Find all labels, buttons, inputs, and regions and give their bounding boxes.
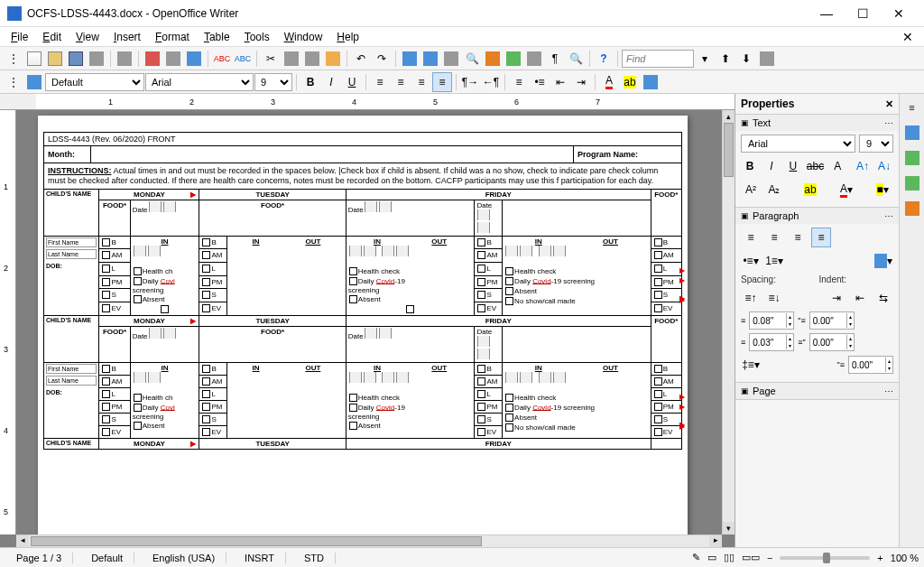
enlarge-font-button[interactable]: A↑: [854, 156, 872, 176]
table-button[interactable]: [420, 49, 440, 69]
menu-edit[interactable]: Edit: [35, 29, 69, 45]
minimize-button[interactable]: —: [808, 1, 845, 26]
align-left-button[interactable]: ≡: [741, 228, 761, 247]
checkbox[interactable]: [654, 238, 662, 246]
checkbox[interactable]: [349, 404, 357, 412]
checkbox[interactable]: [102, 291, 110, 299]
align-right-button[interactable]: ≡: [788, 228, 808, 247]
indent-first-input[interactable]: ▴▾: [848, 356, 893, 374]
close-button[interactable]: ✕: [881, 1, 917, 26]
checkbox[interactable]: [505, 277, 513, 285]
horizontal-scrollbar[interactable]: ◂ ▸: [16, 534, 722, 547]
align-center-button[interactable]: ≡: [391, 72, 411, 92]
checkbox[interactable]: [102, 377, 110, 386]
checkbox[interactable]: [102, 403, 110, 411]
menu-insert[interactable]: Insert: [106, 29, 148, 45]
hanging-indent-button[interactable]: ⇆: [873, 288, 893, 308]
open-button[interactable]: [45, 49, 65, 69]
checkbox[interactable]: [349, 394, 357, 402]
checkbox[interactable]: [102, 415, 110, 423]
checkbox[interactable]: [477, 365, 485, 373]
redo-button[interactable]: ↷: [372, 49, 392, 69]
nonprinting-button[interactable]: ¶: [545, 49, 565, 69]
preview-button[interactable]: [184, 49, 204, 69]
scroll-right-icon[interactable]: ▸: [709, 535, 722, 547]
checkbox[interactable]: [477, 265, 485, 273]
edit-file-button[interactable]: [115, 49, 134, 69]
align-center-button[interactable]: ≡: [764, 228, 784, 247]
checkbox[interactable]: [654, 304, 662, 312]
gallery-tab-icon[interactable]: [902, 173, 922, 193]
zoom-out-icon[interactable]: −: [767, 553, 772, 563]
numbering-button[interactable]: 1≡▾: [764, 251, 784, 271]
status-view-icon[interactable]: ▭: [707, 552, 716, 563]
highlight-color-button[interactable]: ab: [800, 180, 820, 200]
font-name-combo[interactable]: Arial: [145, 73, 254, 91]
checkbox[interactable]: [202, 265, 210, 273]
subscript-button[interactable]: A₂: [764, 180, 784, 200]
status-view-layout-icon[interactable]: ▯▯: [724, 552, 735, 563]
checkbox[interactable]: [654, 415, 662, 423]
format-paintbrush-button[interactable]: [323, 49, 343, 69]
email-button[interactable]: [87, 49, 106, 69]
sidebar-size-combo[interactable]: 9: [859, 135, 893, 153]
checkbox[interactable]: [134, 277, 142, 285]
checkbox[interactable]: [505, 423, 513, 432]
checkbox[interactable]: [477, 238, 485, 246]
checkbox[interactable]: [102, 238, 110, 246]
toolbar-handle-icon[interactable]: ⋮: [4, 49, 23, 69]
more-options-icon[interactable]: ⋯: [884, 386, 893, 396]
menu-format[interactable]: Format: [148, 29, 197, 45]
checkbox[interactable]: [202, 365, 210, 373]
checkbox[interactable]: [349, 267, 357, 275]
spacing-below-input[interactable]: ▴▾: [749, 333, 794, 351]
align-justify-button[interactable]: ≡: [811, 228, 831, 247]
bullets-button[interactable]: •≡▾: [741, 251, 761, 271]
scroll-down-icon[interactable]: ▾: [723, 522, 735, 534]
decrease-spacing-button[interactable]: ≡↓: [764, 288, 784, 308]
checkbox[interactable]: [505, 267, 513, 275]
document-page[interactable]: LDSS-4443 (Rev. 06/2020) FRONT Month: Pr…: [38, 116, 688, 547]
checkbox[interactable]: [134, 267, 142, 275]
strikethrough-button[interactable]: abc: [806, 156, 825, 176]
checkbox[interactable]: [654, 278, 662, 286]
gallery-button[interactable]: [504, 49, 523, 69]
checkbox[interactable]: [505, 404, 513, 412]
checkbox[interactable]: [202, 403, 210, 411]
checkbox[interactable]: [477, 390, 485, 398]
find-input[interactable]: [622, 50, 694, 68]
autospell-button[interactable]: ABC: [233, 49, 253, 69]
checkbox[interactable]: [477, 304, 485, 312]
checkbox[interactable]: [102, 304, 110, 312]
new-button[interactable]: [24, 49, 44, 69]
document-close-icon[interactable]: ✕: [895, 30, 920, 44]
rtl-button[interactable]: ←¶: [481, 72, 501, 92]
scroll-up-icon[interactable]: ▴: [723, 110, 735, 123]
sidebar-close-icon[interactable]: ✕: [885, 98, 893, 110]
more-options-icon[interactable]: ⋯: [884, 118, 893, 128]
status-style[interactable]: Default: [80, 553, 134, 563]
menu-view[interactable]: View: [69, 29, 106, 45]
ltr-button[interactable]: ¶→: [460, 72, 480, 92]
decrease-indent-button[interactable]: ⇤: [850, 288, 870, 308]
checkbox[interactable]: [202, 278, 210, 286]
checkbox[interactable]: [202, 291, 210, 299]
checkbox[interactable]: [102, 365, 110, 373]
checkbox[interactable]: [477, 428, 485, 436]
checkbox[interactable]: [654, 428, 662, 436]
checkbox[interactable]: [349, 295, 357, 303]
italic-button[interactable]: I: [762, 156, 781, 176]
maximize-button[interactable]: ☐: [845, 1, 881, 26]
page-number[interactable]: Page 1 / 3: [5, 553, 73, 563]
checkbox[interactable]: [134, 394, 142, 402]
checkbox[interactable]: [134, 404, 142, 412]
spacing-above-input[interactable]: ▴▾: [749, 311, 794, 330]
menu-help[interactable]: Help: [329, 29, 366, 45]
checkbox[interactable]: [134, 422, 142, 430]
status-selection-mode[interactable]: STD: [293, 553, 336, 563]
scroll-left-icon[interactable]: ◂: [16, 535, 29, 547]
page-scroll[interactable]: LDSS-4443 (Rev. 06/2020) FRONT Month: Pr…: [0, 110, 735, 547]
align-right-button[interactable]: ≡: [411, 72, 431, 92]
cut-button[interactable]: ✂: [261, 49, 281, 69]
checkbox[interactable]: [654, 291, 662, 299]
